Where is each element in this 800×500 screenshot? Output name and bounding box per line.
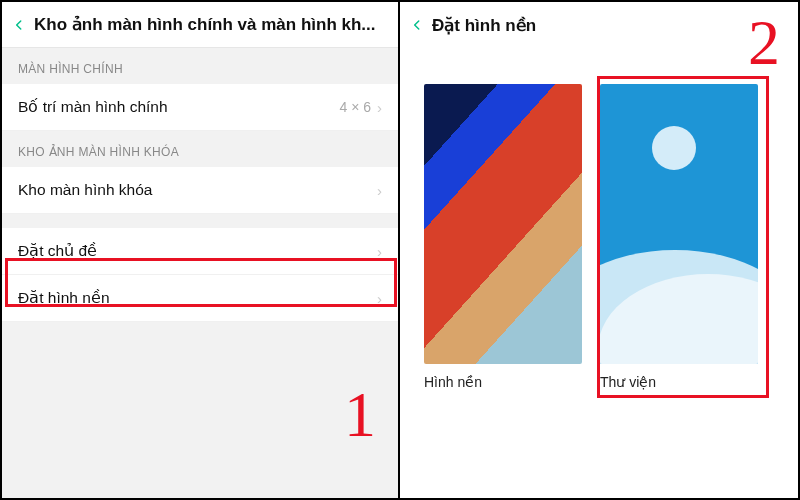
- section-primary-label: MÀN HÌNH CHÍNH: [2, 48, 398, 84]
- wallpaper-options: Hình nền Thư viện: [400, 48, 798, 390]
- step-number: 1: [344, 378, 376, 452]
- wallpaper-screen-step2: Đặt hình nền Hình nền Thư viện 2: [400, 2, 798, 498]
- chevron-right-icon: ›: [377, 243, 382, 260]
- chevron-right-icon: ›: [377, 182, 382, 199]
- row-value: 4 × 6 ›: [339, 99, 382, 116]
- moon-icon: [652, 126, 696, 170]
- chevron-right-icon: ›: [377, 290, 382, 307]
- option-label: Hình nền: [424, 374, 582, 390]
- row-label: Đặt hình nền: [18, 289, 110, 307]
- gallery-thumb-icon: [600, 84, 758, 364]
- settings-screen-step1: Kho ảnh màn hình chính và màn hình kh...…: [2, 2, 400, 498]
- back-icon[interactable]: [408, 16, 426, 34]
- section-lock-label: KHO ẢNH MÀN HÌNH KHÓA: [2, 131, 398, 167]
- back-icon[interactable]: [10, 16, 28, 34]
- header: Kho ảnh màn hình chính và màn hình kh...: [2, 2, 398, 48]
- row-label: Kho màn hình khóa: [18, 181, 152, 199]
- chevron-right-icon: ›: [377, 99, 382, 116]
- row-lock-store[interactable]: Kho màn hình khóa ›: [2, 167, 398, 214]
- row-wallpaper[interactable]: Đặt hình nền ›: [2, 275, 398, 322]
- option-label: Thư viện: [600, 374, 758, 390]
- step-number: 2: [748, 6, 780, 80]
- default-wallpaper-thumb-icon: [424, 84, 582, 364]
- page-title: Đặt hình nền: [432, 15, 790, 36]
- row-theme[interactable]: Đặt chủ đề ›: [2, 228, 398, 275]
- header: Đặt hình nền: [400, 2, 798, 48]
- row-label: Đặt chủ đề: [18, 242, 97, 260]
- row-label: Bố trí màn hình chính: [18, 98, 168, 116]
- option-gallery[interactable]: Thư viện: [600, 84, 758, 390]
- option-wallpaper[interactable]: Hình nền: [424, 84, 582, 390]
- row-layout[interactable]: Bố trí màn hình chính 4 × 6 ›: [2, 84, 398, 131]
- page-title: Kho ảnh màn hình chính và màn hình kh...: [34, 14, 390, 35]
